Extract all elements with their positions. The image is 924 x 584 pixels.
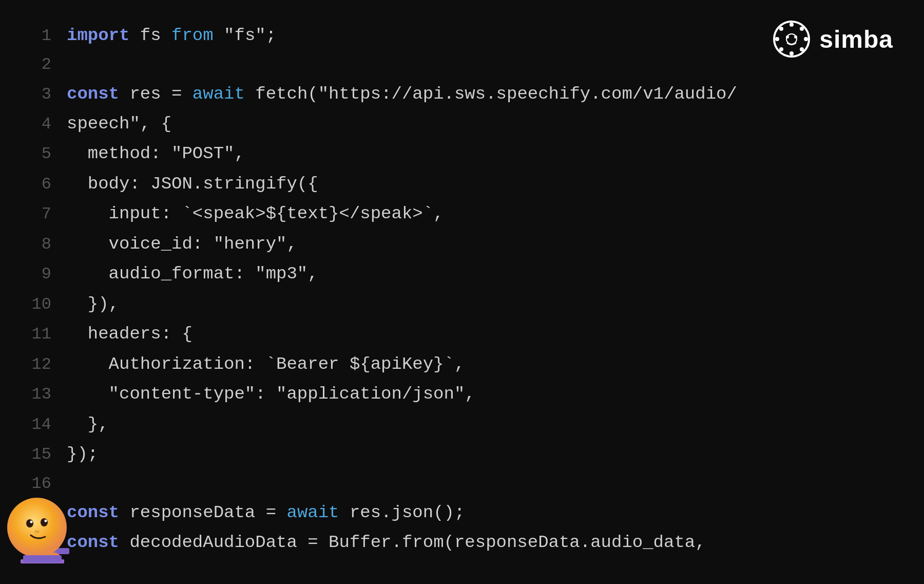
code-text: }, [67,409,109,439]
code-text: Authorization: `Bearer ${apiKey}`, [67,349,465,379]
line-number: 6 [31,170,67,198]
code-line: 17const responseData = await res.json(); [31,498,924,528]
line-number: 8 [31,230,67,258]
code-line: 9 audio_format: "mp3", [31,259,924,289]
line-number: 14 [31,410,67,439]
code-text: const decodedAudioData = Buffer.from(res… [67,528,706,557]
svg-point-16 [30,521,33,523]
token-kw-const: const [67,84,119,104]
token-plain: audio_format: "mp3", [67,264,318,284]
token-kw-import: import [67,26,129,45]
svg-point-0 [774,22,809,56]
line-number: 11 [31,320,67,348]
code-text: }); [67,439,98,469]
code-text: body: JSON.stringify({ [67,169,318,199]
svg-point-3 [775,37,779,41]
code-line: 4speech", { [31,109,924,139]
svg-point-2 [790,51,794,55]
svg-rect-21 [23,555,62,562]
svg-point-8 [779,47,783,51]
svg-point-4 [804,37,808,41]
svg-point-15 [41,518,48,526]
token-plain: "content-type": "application/json", [67,384,475,404]
token-plain: res.json(); [339,503,465,522]
svg-point-7 [800,27,804,31]
code-text: }), [67,289,119,319]
code-line: 8 voice_id: "henry", [31,229,924,259]
code-text: audio_format: "mp3", [67,259,318,289]
svg-point-1 [790,23,794,27]
code-line: 12 Authorization: `Bearer ${apiKey}`, [31,349,924,379]
token-plain: body: JSON.stringify({ [67,174,318,194]
code-line: 15}); [31,439,924,469]
svg-point-5 [779,27,783,31]
line-number: 9 [31,260,67,288]
line-number: 7 [31,200,67,228]
code-line: 16 [31,469,924,498]
svg-point-14 [26,519,33,528]
svg-point-17 [45,520,47,522]
token-plain: decodedAudioData = Buffer.from(responseD… [119,533,706,552]
line-number: 10 [31,290,67,318]
code-text: headers: { [67,319,192,349]
token-plain: voice_id: "henry", [67,234,297,254]
logo: simba [773,21,893,58]
token-kw-from: from [171,26,214,45]
line-number: 12 [31,350,67,379]
token-plain: "fs"; [214,26,276,45]
token-plain: speech", { [67,114,171,134]
svg-point-18 [34,530,40,533]
code-line: 5 method: "POST", [31,139,924,168]
token-plain: method: "POST", [67,144,245,163]
mascot [0,481,103,584]
line-number: 13 [31,380,67,408]
svg-point-13 [7,498,67,557]
token-kw-await: await [192,84,245,104]
line-number: 2 [31,50,67,79]
simba-logo-icon [773,21,810,58]
token-plain: fs [129,26,171,45]
code-line: 10 }), [31,289,924,319]
code-line: 6 body: JSON.stringify({ [31,169,924,199]
line-number: 5 [31,140,67,168]
code-line: 3const res = await fetch("https://api.sw… [31,79,924,109]
code-line: 14 }, [31,409,924,439]
code-container: 1import fs from "fs";23const res = await… [0,0,924,584]
code-text: speech", { [67,109,171,139]
code-text: const responseData = await res.json(); [67,498,465,528]
code-line: 13 "content-type": "application/json", [31,379,924,409]
token-plain: }), [67,294,119,314]
token-kw-await: await [286,503,339,522]
code-text: voice_id: "henry", [67,229,297,259]
code-line: 18const decodedAudioData = Buffer.from(r… [31,528,924,557]
svg-point-6 [800,47,804,51]
token-plain: res = [119,84,192,104]
code-line: 11 headers: { [31,319,924,349]
line-number: 3 [31,80,67,108]
line-number: 4 [31,110,67,138]
token-plain: fetch("https://api.sws.speechify.com/v1/… [245,84,737,104]
code-text: "content-type": "application/json", [67,379,475,409]
svg-point-11 [786,34,797,44]
token-plain: }, [67,415,109,434]
token-plain: }); [67,444,98,464]
code-line: 7 input: `<speak>${text}</speak>`, [31,199,924,229]
token-plain: headers: { [67,324,192,344]
code-text: input: `<speak>${text}</speak>`, [67,199,444,229]
line-number: 1 [31,22,67,50]
token-plain: input: `<speak>${text}</speak>`, [67,204,444,223]
token-plain: responseData = [119,503,286,522]
line-number: 15 [31,440,67,468]
logo-text: simba [819,25,893,53]
code-text: method: "POST", [67,139,245,168]
token-plain: Authorization: `Bearer ${apiKey}`, [67,354,465,374]
code-text: import fs from "fs"; [67,21,276,50]
code-text: const res = await fetch("https://api.sws… [67,79,737,109]
